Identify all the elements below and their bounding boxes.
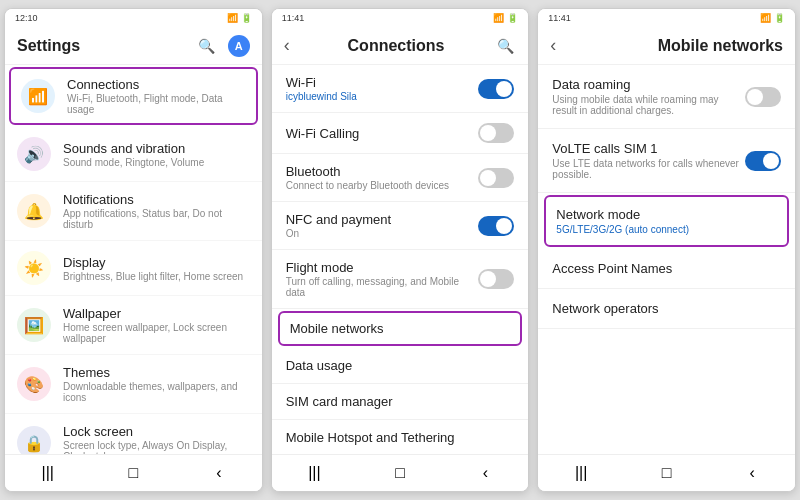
wifi-subtitle: icybluewind Sila (286, 91, 479, 102)
lockscreen-title: Lock screen (63, 424, 250, 439)
nav-menu-1[interactable]: ||| (36, 461, 60, 485)
apn-item[interactable]: Access Point Names (538, 249, 795, 289)
nav-menu-2[interactable]: ||| (302, 461, 326, 485)
status-bar-1: 12:10 📶 🔋 (5, 9, 262, 27)
simcard-item[interactable]: SIM card manager (272, 384, 529, 420)
nfc-item[interactable]: NFC and payment On (272, 202, 529, 250)
networkoperators-item[interactable]: Network operators (538, 289, 795, 329)
mobilenetworks-title: Mobile networks (290, 321, 511, 336)
connections-list: Wi-Fi icybluewind Sila Wi-Fi Calling Blu… (272, 65, 529, 454)
networkmode-title: Network mode (556, 207, 777, 222)
back-button-mobilenetworks[interactable]: ‹ (550, 35, 556, 56)
voltecalls-toggle[interactable] (745, 151, 781, 171)
bluetooth-item[interactable]: Bluetooth Connect to nearby Bluetooth de… (272, 154, 529, 202)
avatar[interactable]: A (228, 35, 250, 57)
settings-item-themes[interactable]: 🎨 Themes Downloadable themes, wallpapers… (5, 355, 262, 414)
wificalling-toggle[interactable] (478, 123, 514, 143)
wifi-item[interactable]: Wi-Fi icybluewind Sila (272, 65, 529, 113)
mobilenetworks-header-title: Mobile networks (658, 37, 783, 55)
datausage-item[interactable]: Data usage (272, 348, 529, 384)
bluetooth-subtitle: Connect to nearby Bluetooth devices (286, 180, 479, 191)
dataroaming-title: Data roaming (552, 77, 745, 92)
themes-subtitle: Downloadable themes, wallpapers, and ico… (63, 381, 250, 403)
networkoperators-title: Network operators (552, 301, 658, 316)
bottom-nav-3: ||| □ ‹ (538, 454, 795, 491)
display-title: Display (63, 255, 250, 270)
nav-home-2[interactable]: □ (388, 461, 412, 485)
sounds-subtitle: Sound mode, Ringtone, Volume (63, 157, 250, 168)
wallpaper-subtitle: Home screen wallpaper, Lock screen wallp… (63, 322, 250, 344)
settings-header: Settings 🔍 A (5, 27, 262, 65)
flightmode-title: Flight mode (286, 260, 479, 275)
bottom-nav-2: ||| □ ‹ (272, 454, 529, 491)
wifi-toggle[interactable] (478, 79, 514, 99)
lockscreen-subtitle: Screen lock type, Always On Display, Clo… (63, 440, 250, 454)
settings-item-sounds[interactable]: 🔊 Sounds and vibration Sound mode, Ringt… (5, 127, 262, 182)
status-icons-2: 📶 🔋 (493, 13, 518, 23)
settings-item-connections[interactable]: 📶 Connections Wi-Fi, Bluetooth, Flight m… (9, 67, 258, 125)
settings-item-lockscreen[interactable]: 🔒 Lock screen Screen lock type, Always O… (5, 414, 262, 454)
wificalling-item[interactable]: Wi-Fi Calling (272, 113, 529, 154)
voltecalls-item[interactable]: VoLTE calls SIM 1 Use LTE data networks … (538, 129, 795, 193)
panel-mobile-networks: 11:41 📶 🔋 ‹ Mobile networks Data roaming… (537, 8, 796, 492)
connections-title: Connections (67, 77, 246, 92)
lockscreen-icon: 🔒 (17, 426, 51, 454)
bluetooth-title: Bluetooth (286, 164, 479, 179)
time-1: 12:10 (15, 13, 38, 23)
networkmode-item[interactable]: Network mode 5G/LTE/3G/2G (auto connect) (544, 195, 789, 247)
voltecalls-title: VoLTE calls SIM 1 (552, 141, 745, 156)
settings-item-display[interactable]: ☀️ Display Brightness, Blue light filter… (5, 241, 262, 296)
status-icons-3: 📶 🔋 (760, 13, 785, 23)
notifications-title: Notifications (63, 192, 250, 207)
time-3: 11:41 (548, 13, 571, 23)
nfc-title: NFC and payment (286, 212, 479, 227)
nfc-toggle[interactable] (478, 216, 514, 236)
status-bar-3: 11:41 📶 🔋 (538, 9, 795, 27)
nav-back-1[interactable]: ‹ (207, 461, 231, 485)
bottom-nav-1: ||| □ ‹ (5, 454, 262, 491)
settings-item-wallpaper[interactable]: 🖼️ Wallpaper Home screen wallpaper, Lock… (5, 296, 262, 355)
hotspot-item[interactable]: Mobile Hotspot and Tethering (272, 420, 529, 454)
connections-icon: 📶 (21, 79, 55, 113)
nfc-subtitle: On (286, 228, 479, 239)
display-icon: ☀️ (17, 251, 51, 285)
nav-home-3[interactable]: □ (655, 461, 679, 485)
wificalling-title: Wi-Fi Calling (286, 126, 479, 141)
wallpaper-icon: 🖼️ (17, 308, 51, 342)
notifications-subtitle: App notifications, Status bar, Do not di… (63, 208, 250, 230)
flightmode-item[interactable]: Flight mode Turn off calling, messaging,… (272, 250, 529, 309)
apn-title: Access Point Names (552, 261, 672, 276)
bluetooth-toggle[interactable] (478, 168, 514, 188)
voltecalls-subtitle: Use LTE data networks for calls whenever… (552, 158, 745, 180)
nav-home-1[interactable]: □ (121, 461, 145, 485)
dataroaming-subtitle: Using mobile data while roaming may resu… (552, 94, 745, 116)
flightmode-subtitle: Turn off calling, messaging, and Mobile … (286, 276, 479, 298)
connections-header: ‹ Connections 🔍 (272, 27, 529, 65)
back-button-connections[interactable]: ‹ (284, 35, 290, 56)
mobile-networks-list: Data roaming Using mobile data while roa… (538, 65, 795, 454)
panel-connections: 11:41 📶 🔋 ‹ Connections 🔍 Wi-Fi icybluew… (271, 8, 530, 492)
panel-settings-main: 12:10 📶 🔋 Settings 🔍 A 📶 Connections Wi-… (4, 8, 263, 492)
dataroaming-item[interactable]: Data roaming Using mobile data while roa… (538, 65, 795, 129)
sounds-title: Sounds and vibration (63, 141, 250, 156)
sound-icon: 🔊 (17, 137, 51, 171)
settings-list: 📶 Connections Wi-Fi, Bluetooth, Flight m… (5, 65, 262, 454)
search-icon[interactable]: 🔍 (196, 35, 218, 57)
connections-subtitle: Wi-Fi, Bluetooth, Flight mode, Data usag… (67, 93, 246, 115)
search-icon-connections[interactable]: 🔍 (494, 35, 516, 57)
networkmode-subtitle: 5G/LTE/3G/2G (auto connect) (556, 224, 777, 235)
themes-icon: 🎨 (17, 367, 51, 401)
dataroaming-toggle[interactable] (745, 87, 781, 107)
nav-back-2[interactable]: ‹ (474, 461, 498, 485)
nav-back-3[interactable]: ‹ (740, 461, 764, 485)
notifications-icon: 🔔 (17, 194, 51, 228)
status-icons-1: 📶 🔋 (227, 13, 252, 23)
flightmode-toggle[interactable] (478, 269, 514, 289)
mobilenetworks-header: ‹ Mobile networks (538, 27, 795, 65)
datausage-title: Data usage (286, 358, 353, 373)
nav-menu-3[interactable]: ||| (569, 461, 593, 485)
mobilenetworks-item[interactable]: Mobile networks (278, 311, 523, 346)
wifi-title: Wi-Fi (286, 75, 479, 90)
themes-title: Themes (63, 365, 250, 380)
settings-item-notifications[interactable]: 🔔 Notifications App notifications, Statu… (5, 182, 262, 241)
